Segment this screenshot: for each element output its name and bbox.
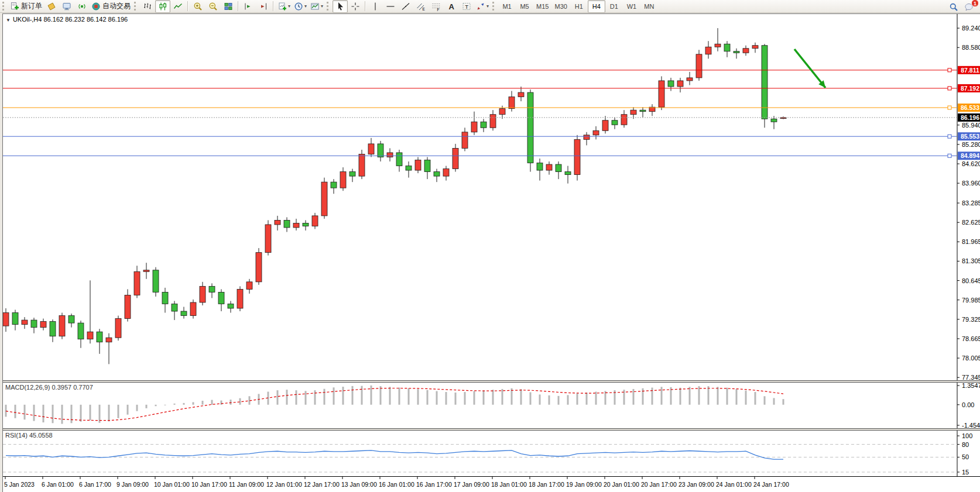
signals-button[interactable] bbox=[74, 0, 90, 13]
candlestick-chart[interactable]: 89.24088.58085.94085.28084.62083.96083.2… bbox=[3, 14, 980, 380]
time-axis-label: 10 Jan 17:00 bbox=[191, 481, 227, 488]
timeframe-button-m5[interactable]: M5 bbox=[516, 0, 533, 13]
macd-histogram-bar bbox=[773, 398, 775, 404]
candle-body bbox=[134, 271, 140, 295]
text-button[interactable]: A bbox=[444, 0, 459, 13]
auto-scroll-button[interactable] bbox=[241, 0, 256, 13]
macd-label: MACD(12,26,9) 0.3957 0.7707 bbox=[5, 384, 93, 391]
arrows-button[interactable]: ▾ bbox=[474, 0, 491, 13]
notifications-button[interactable]: 1 bbox=[961, 1, 976, 13]
candle-body bbox=[593, 130, 599, 135]
text-a-icon: A bbox=[447, 2, 456, 11]
macd-histogram-bar bbox=[108, 405, 110, 422]
toolbar-separator bbox=[273, 1, 274, 11]
tile-windows-button[interactable] bbox=[221, 0, 236, 13]
templates-button[interactable]: ▾ bbox=[309, 0, 325, 13]
timeframe-button-d1[interactable]: D1 bbox=[605, 0, 623, 13]
price-axis-tick: 78.005 bbox=[962, 355, 980, 362]
rsi-panel[interactable]: RSI(14) 45.0558 100805015 bbox=[3, 431, 980, 476]
chartshift-icon bbox=[259, 2, 268, 11]
timeframe-button-m1[interactable]: M1 bbox=[498, 0, 516, 13]
macd-histogram-bar bbox=[586, 393, 588, 405]
fibonacci-button[interactable]: F bbox=[429, 0, 444, 13]
toolbar-separator bbox=[187, 1, 189, 11]
macd-histogram-bar bbox=[127, 405, 129, 415]
macd-histogram-bar bbox=[211, 400, 213, 405]
time-axis[interactable]: 5 Jan 20236 Jan 01:006 Jan 17:009 Jan 09… bbox=[3, 476, 980, 492]
bar-chart-button[interactable] bbox=[140, 0, 155, 13]
time-axis-label: 16 Jan 17:00 bbox=[416, 481, 452, 488]
tile-icon bbox=[224, 2, 233, 11]
rsi-chart[interactable]: 100805015 bbox=[3, 431, 980, 476]
new-chart-button[interactable]: ▾ bbox=[276, 0, 292, 13]
vertical-line-button[interactable] bbox=[368, 0, 383, 13]
level-line-handle[interactable] bbox=[948, 87, 951, 90]
macd-histogram-bar bbox=[427, 390, 429, 405]
macd-histogram-bar bbox=[708, 386, 710, 405]
cursor-button[interactable] bbox=[333, 0, 348, 13]
macd-histogram-bar bbox=[202, 401, 204, 405]
dropdown-arrow-icon[interactable]: ▾ bbox=[321, 4, 323, 9]
arrow-annotation[interactable] bbox=[794, 49, 825, 88]
timeframe-button-h1[interactable]: H1 bbox=[570, 0, 588, 13]
candle-body bbox=[59, 316, 65, 336]
chart-shift-button[interactable] bbox=[256, 0, 271, 13]
macd-histogram-bar bbox=[136, 405, 138, 411]
trendline-button[interactable] bbox=[398, 0, 413, 13]
level-line-handle[interactable] bbox=[948, 106, 951, 109]
timeframe-button-w1[interactable]: W1 bbox=[623, 0, 640, 13]
macd-histogram-bar bbox=[230, 400, 232, 405]
line-chart-icon bbox=[173, 2, 183, 11]
zoom-out-button[interactable] bbox=[205, 0, 221, 13]
candle-body bbox=[181, 311, 187, 316]
search-button[interactable] bbox=[946, 1, 961, 13]
dropdown-arrow-icon[interactable]: ▾ bbox=[288, 4, 290, 9]
macd-histogram-bar bbox=[90, 405, 91, 421]
chart-title-collapse-icon[interactable]: ▼ bbox=[6, 18, 11, 23]
market-watch-button[interactable] bbox=[59, 0, 74, 13]
macd-histogram-bar bbox=[314, 390, 316, 405]
price-axis-tick: 83.960 bbox=[962, 180, 980, 187]
charts-button[interactable] bbox=[44, 0, 59, 13]
timeframe-button-m15[interactable]: M15 bbox=[533, 0, 551, 13]
line-chart-button[interactable] bbox=[170, 0, 186, 13]
price-axis-tick: 85.280 bbox=[962, 141, 980, 148]
candle-body bbox=[293, 223, 299, 228]
candle-body bbox=[453, 148, 458, 168]
price-chart-panel[interactable]: ▼UKOil-,H4 86.162 86.232 86.142 86.196 8… bbox=[3, 14, 980, 380]
level-line-handle[interactable] bbox=[948, 135, 951, 138]
macd-panel[interactable]: MACD(12,26,9) 0.3957 0.7707 1.35470.00-1… bbox=[3, 383, 980, 428]
macd-histogram-bar bbox=[24, 405, 26, 419]
zoom-in-button[interactable] bbox=[190, 0, 205, 13]
time-axis-label: 6 Jan 01:00 bbox=[42, 481, 74, 488]
candle-body bbox=[640, 110, 646, 112]
timeframe-button-m30[interactable]: M30 bbox=[551, 0, 570, 13]
candlestick-chart-button[interactable] bbox=[155, 0, 170, 13]
new-order-button[interactable]: 新订单 bbox=[8, 0, 44, 13]
timeframe-button-mn[interactable]: MN bbox=[640, 0, 658, 13]
macd-chart[interactable]: 1.35470.00-1.4548 bbox=[3, 383, 980, 428]
macd-histogram-bar bbox=[277, 390, 279, 405]
dropdown-arrow-icon[interactable]: ▾ bbox=[486, 4, 489, 9]
candle-body bbox=[406, 166, 412, 171]
candle-body bbox=[68, 316, 74, 324]
horizontal-line-button[interactable] bbox=[383, 0, 398, 13]
periods-button[interactable]: ▾ bbox=[292, 0, 309, 13]
dropdown-arrow-icon[interactable]: ▾ bbox=[304, 4, 307, 9]
macd-histogram-bar bbox=[446, 392, 447, 405]
crosshair-button[interactable] bbox=[348, 0, 363, 13]
level-line-handle[interactable] bbox=[948, 68, 951, 72]
level-line-handle[interactable] bbox=[948, 154, 951, 157]
chart-window: ▼UKOil-,H4 86.162 86.232 86.142 86.196 8… bbox=[0, 13, 980, 492]
equidistant-channel-button[interactable]: E bbox=[413, 0, 429, 13]
candle-body bbox=[490, 115, 496, 128]
label-button[interactable]: T bbox=[459, 0, 474, 13]
timeframe-label: M15 bbox=[536, 3, 549, 10]
timeframe-label: MN bbox=[644, 3, 654, 10]
timeframe-button-h4[interactable]: H4 bbox=[588, 0, 605, 13]
candle-body bbox=[752, 46, 758, 49]
auto-trading-button[interactable]: 自动交易 bbox=[90, 0, 132, 13]
chart-gold-icon bbox=[47, 2, 56, 11]
candle-body bbox=[434, 172, 440, 177]
time-axis-label: 6 Jan 17:00 bbox=[79, 481, 111, 488]
